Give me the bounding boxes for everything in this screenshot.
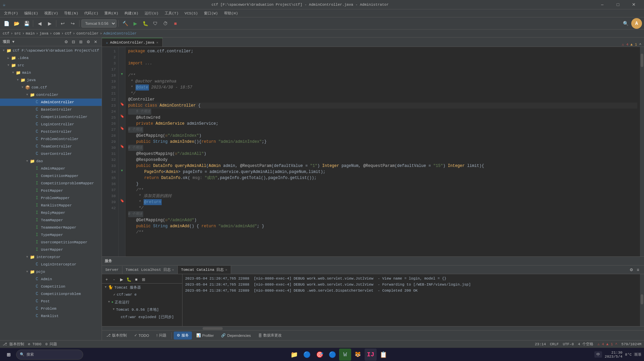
maximize-button[interactable]: □ bbox=[610, 0, 626, 9]
status-todo[interactable]: ⊘ TODO bbox=[28, 342, 42, 346]
tree-item-post-controller[interactable]: C PostController bbox=[0, 128, 102, 135]
tree-item-admin-controller[interactable]: C AdminController bbox=[0, 99, 102, 106]
services-tree-ctfwar-exploded[interactable]: ctf:war exploded [已同步] bbox=[102, 313, 182, 320]
profile-button[interactable]: ⏱ bbox=[161, 19, 170, 28]
taskbar-app-intellij[interactable]: IJ bbox=[365, 349, 377, 361]
status-line-ending[interactable]: CRLF bbox=[550, 342, 559, 346]
bottom-options-button[interactable]: ≡ bbox=[635, 266, 641, 273]
tree-item-admin-class[interactable]: C Admin bbox=[0, 276, 102, 283]
taskbar-app-terminal[interactable]: 📋 bbox=[377, 349, 389, 361]
tree-item-dao[interactable]: ▼ 📁 dao bbox=[0, 158, 102, 165]
open-button[interactable]: 📂 bbox=[12, 19, 21, 28]
tree-item-post-class[interactable]: C Post bbox=[0, 298, 102, 305]
new-file-button[interactable]: 📄 bbox=[2, 19, 11, 28]
menu-refactor[interactable]: 重构(R) bbox=[102, 10, 121, 16]
tree-item-post-mapper[interactable]: I PostMapper bbox=[0, 187, 102, 194]
menu-window[interactable]: 窗口(W) bbox=[201, 10, 221, 16]
taskbar-app-wechat[interactable]: W bbox=[339, 349, 351, 361]
nav-ctf2[interactable]: ctf bbox=[65, 32, 71, 36]
services-tree-tomcat[interactable]: ▼ 🐈 Tomcat 服务器 bbox=[102, 284, 182, 291]
services-tree-ctfwar[interactable]: ✓ ctf:war e bbox=[102, 291, 182, 298]
tree-item-team-mapper[interactable]: I TeamMapper bbox=[0, 217, 102, 224]
debug-button[interactable]: 🐛 bbox=[141, 19, 150, 28]
menu-code[interactable]: 代码(C) bbox=[82, 10, 101, 16]
tree-item-team-controller[interactable]: C TeamController bbox=[0, 143, 102, 150]
bottom-tab-catalina-close[interactable]: ✕ bbox=[225, 268, 227, 272]
tree-item-competitionproblem-class[interactable]: C Competitionproblem bbox=[0, 290, 102, 298]
tree-item-controller[interactable]: ▼ 📁 controller bbox=[0, 91, 102, 99]
tree-item-java[interactable]: ▼ 📁 java bbox=[0, 76, 102, 84]
redo-button[interactable]: ↪ bbox=[68, 19, 77, 28]
tree-item-problem-class[interactable]: C Problem bbox=[0, 305, 102, 312]
tree-item-usercompetition-mapper[interactable]: I UsercompetitionMapper bbox=[0, 239, 102, 246]
bottom-tab-catalina[interactable]: Tomcat Catalina 日志 ✕ bbox=[178, 266, 231, 274]
run-button[interactable]: ▶ bbox=[131, 19, 140, 28]
tree-item-reply-mapper[interactable]: I ReplyMapper bbox=[0, 209, 102, 217]
services-group-button[interactable]: ⊞ bbox=[140, 276, 147, 283]
taskbar-app-explorer[interactable]: 📁 bbox=[288, 349, 300, 361]
tree-item-ctf-root[interactable]: ▼ 📁 ctf F:\spacework\Graduation Project\… bbox=[0, 47, 102, 54]
search-everywhere-button[interactable]: 🔍 bbox=[621, 19, 630, 28]
tree-item-teammember-mapper[interactable]: I TeammemberMapper bbox=[0, 224, 102, 231]
tree-item-user-controller[interactable]: C UserController bbox=[0, 150, 102, 158]
menu-file[interactable]: 文件(F) bbox=[1, 10, 21, 16]
back-button[interactable]: ◀ bbox=[35, 19, 44, 28]
status-vcs[interactable]: ⎇ 版本控制 bbox=[3, 342, 24, 347]
services-stop-button[interactable]: ■ bbox=[133, 276, 140, 283]
taskbar-search[interactable]: 🔍 搜索 bbox=[16, 350, 83, 360]
close-button[interactable]: ✕ bbox=[626, 0, 641, 9]
tree-item-user-mapper[interactable]: I UserMapper bbox=[0, 246, 102, 253]
taskbar-app-chrome2[interactable]: 🔵 bbox=[326, 349, 338, 361]
tab-admin-controller[interactable]: ☕ AdminController.java ✕ bbox=[102, 38, 163, 47]
tree-item-src[interactable]: ▼ 📁 src bbox=[0, 62, 102, 69]
menu-navigate[interactable]: 导航(N) bbox=[61, 10, 81, 16]
tree-item-problem-mapper[interactable]: I ProblemMapper bbox=[0, 194, 102, 202]
services-tree-tomcat-local[interactable]: ▼ Tomcat 9.0.56 [本地] bbox=[102, 306, 182, 313]
run-config-dropdown[interactable]: Tomcat 9.0.56 bbox=[82, 19, 116, 27]
bottom-tab-localhost[interactable]: Tomcat Localhost 日志 ✕ bbox=[122, 266, 178, 274]
menu-edit[interactable]: 编辑(E) bbox=[21, 10, 41, 16]
tree-item-type-mapper[interactable]: I TypeMapper bbox=[0, 231, 102, 239]
code-editor[interactable]: 1 2 3 17 18 19 20 21 22 23 24 25 26 27 2… bbox=[102, 47, 644, 256]
sidebar-settings-button[interactable]: ⚙ bbox=[63, 39, 69, 45]
tree-item-competitionproblem-mapper[interactable]: I CompetitionproblemMapper bbox=[0, 180, 102, 187]
menu-run[interactable]: 运行(U) bbox=[142, 10, 161, 16]
stop-button[interactable]: ■ bbox=[171, 19, 180, 28]
undo-button[interactable]: ↩ bbox=[58, 19, 67, 28]
forward-button[interactable]: ▶ bbox=[45, 19, 54, 28]
toolbar-tab-services[interactable]: ⚙ 服务 bbox=[174, 332, 192, 340]
services-run-button[interactable]: ▶ bbox=[118, 276, 125, 283]
tree-item-competition-controller[interactable]: C CompetitionController bbox=[0, 113, 102, 121]
toolbar-tab-vcs[interactable]: ⎇ 版本控制 bbox=[103, 332, 130, 340]
minimize-button[interactable]: – bbox=[595, 0, 610, 9]
tab-close-admin-controller[interactable]: ✕ bbox=[156, 41, 158, 45]
toolbar-tab-profiler[interactable]: 📊 Profiler bbox=[193, 332, 217, 340]
nav-controller[interactable]: controller bbox=[76, 32, 99, 36]
log-hscrollbar[interactable] bbox=[102, 326, 644, 330]
nav-com[interactable]: com bbox=[53, 32, 60, 36]
start-button[interactable]: ⊞ bbox=[3, 349, 15, 361]
sidebar-expand-button[interactable]: ⊞ bbox=[77, 39, 84, 45]
tree-item-competition-class[interactable]: C Competition bbox=[0, 283, 102, 290]
menu-help[interactable]: 帮助(H) bbox=[221, 10, 241, 16]
menu-build[interactable]: 构建(B) bbox=[122, 10, 141, 16]
toolbar-tab-dependencies[interactable]: 🔗 Dependencies bbox=[218, 332, 254, 340]
nav-src[interactable]: src bbox=[14, 32, 21, 36]
status-encoding[interactable]: UTF-8 bbox=[563, 342, 574, 346]
menu-view[interactable]: 视图(V) bbox=[42, 10, 61, 16]
menu-tools[interactable]: 工具(T) bbox=[162, 10, 181, 16]
save-button[interactable]: 💾 bbox=[22, 19, 31, 28]
status-line-col[interactable]: 23:14 bbox=[535, 342, 546, 346]
tree-item-login-controller[interactable]: C LoginController bbox=[0, 121, 102, 128]
tree-item-problem-controller[interactable]: C ProblemController bbox=[0, 135, 102, 143]
services-debug-button[interactable]: 🐛 bbox=[125, 276, 132, 283]
sidebar-gear-button[interactable]: ⚙ bbox=[85, 39, 92, 45]
bottom-tab-server[interactable]: Server bbox=[102, 266, 122, 274]
services-add-button[interactable]: + bbox=[103, 276, 110, 283]
nav-admin-controller[interactable]: AdminController bbox=[103, 32, 137, 36]
tree-item-admin-mapper[interactable]: I AdminMapper bbox=[0, 165, 102, 172]
nav-java[interactable]: java bbox=[40, 32, 48, 36]
tree-item-main[interactable]: ▼ 📁 main bbox=[0, 69, 102, 76]
taskbar-app-edge[interactable]: 🔵 bbox=[301, 349, 313, 361]
taskbar-lang[interactable]: 中 bbox=[594, 351, 602, 358]
